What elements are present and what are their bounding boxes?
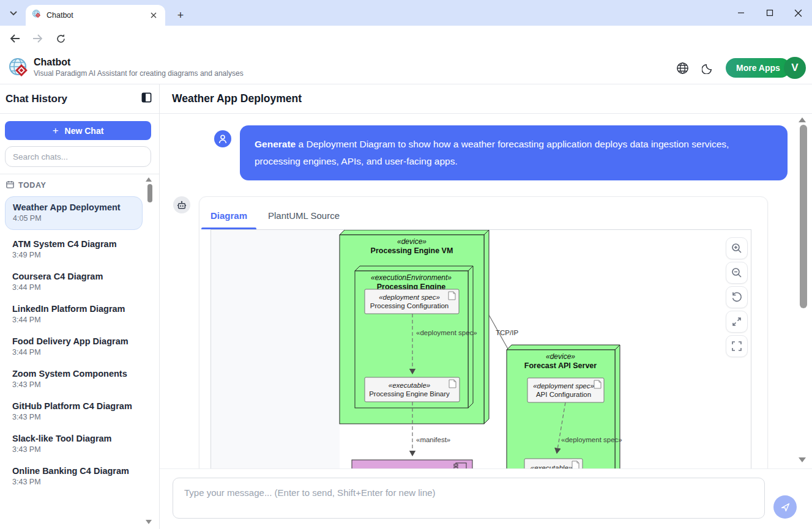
svg-text:API Configuration: API Configuration [536,391,591,398]
new-chat-button[interactable]: + New Chat [5,121,151,140]
zoom-out-button[interactable] [726,262,748,284]
user-avatar-icon [214,130,231,147]
component-weather-data-ingestion-service: Weather Data Ingestion Service [352,460,472,468]
browser-toolbar: ai-toolbox.visual-paradigm.com/app/chatb… [0,26,812,51]
node-forecast-api-server: «device» Forecast API Server [507,345,620,468]
reset-view-button[interactable] [726,286,748,308]
chat-item[interactable]: Coursera C4 Diagram 3:44 PM [5,266,154,298]
chat-scroll-up-arrow[interactable] [799,117,806,122]
tab-bar: Diagram PlantUML Source [199,197,767,229]
user-message-bubble: Generate a Deployment Diagram to show ho… [240,125,788,180]
user-message-row: Generate a Deployment Diagram to show ho… [214,125,812,180]
dark-mode-moon-icon[interactable] [699,60,715,76]
language-globe-icon[interactable] [674,60,690,76]
sidebar-scroll-up-arrow[interactable] [146,177,152,182]
chat-item[interactable]: Slack-like Tool Diagram 3:43 PM [5,428,154,461]
refresh-icon[interactable] [53,31,68,46]
favicon-visual-paradigm [32,9,42,21]
window-close-button[interactable] [784,0,812,26]
sidebar-title: Chat History [6,93,67,105]
user-account-avatar[interactable]: V [784,57,806,79]
deployment-diagram: «device» Processing Engine VM «execution… [211,230,751,468]
app-title: Chatbot [34,57,70,68]
search-input[interactable] [5,146,151,167]
svg-text:«deployment spec»: «deployment spec» [379,294,440,301]
app-header: Chatbot Visual Paradigm AI Assistant for… [0,51,812,84]
back-icon[interactable] [7,31,22,46]
tab-close-icon[interactable] [148,10,159,21]
svg-text:«executionEnvironment»: «executionEnvironment» [371,273,452,282]
bot-robot-icon [173,196,190,213]
svg-text:«device»: «device» [397,237,426,246]
chat-item[interactable]: LinkedIn Platform Diagram 3:44 PM [5,298,154,331]
plus-icon: + [53,125,59,137]
composer-footer [160,468,812,529]
svg-text:«executable»: «executable» [531,464,572,468]
chat-area: Generate a Deployment Diagram to show ho… [160,114,812,468]
browser-tab[interactable]: Chatbot [26,5,165,26]
svg-text:Processing Configuration: Processing Configuration [370,302,449,309]
svg-text:«deployment spec»: «deployment spec» [533,382,594,390]
message-text: a Deployment Diagram to show how a weath… [255,139,729,166]
chat-item[interactable]: GitHub Platform C4 Diagram 3:43 PM [5,396,154,428]
edge-label-manifest: «manifest» [416,436,450,443]
window-maximize-button[interactable] [756,0,784,26]
chat-item[interactable]: Zoom System Components 3:43 PM [5,363,154,396]
message-input[interactable] [173,478,765,519]
tab-search-chevron-icon[interactable] [5,6,22,21]
svg-text:Processing Engine VM: Processing Engine VM [371,246,453,255]
forward-icon[interactable] [31,31,45,46]
chat-scrollbar-thumb[interactable] [800,125,807,308]
send-button[interactable] [773,495,797,519]
svg-text:«device»: «device» [546,352,575,361]
edge-label-tcpip: TCP/IP [496,329,518,336]
chat-list: TODAY Weather App Deployment 4:05 PM ATM… [0,174,159,493]
chat-item[interactable]: Food Delivery App Diagram 3:44 PM [5,331,154,363]
calendar-icon [6,180,14,190]
edge-label-deployment-spec-2: «deployment spec» [561,436,622,443]
page-title: Weather App Deployment [172,92,302,105]
sidebar-scrollbar-thumb[interactable] [147,184,152,202]
tab-plantuml-source[interactable]: PlantUML Source [268,210,340,229]
chat-item[interactable]: ATM System C4 Diagram 3:49 PM [5,234,154,266]
app-subtitle: Visual Paradigm AI Assistant for creatin… [34,69,244,78]
visual-paradigm-logo [8,57,30,81]
main-panel: Weather App Deployment Generate a Deploy… [160,84,812,529]
collapse-sidebar-icon[interactable] [141,92,152,105]
svg-text:«executable»: «executable» [389,382,430,389]
artifact-api-configuration: «deployment spec» API Configuration [527,378,604,402]
chat-scroll-down-arrow[interactable] [799,457,806,462]
more-apps-button[interactable]: More Apps [726,58,791,78]
svg-text:Forecast API Server: Forecast API Server [524,361,597,370]
zoom-in-button[interactable] [726,237,748,259]
artifact-processing-engine-binary: «executable» Processing Engine Binary [365,377,460,402]
artifact-forecast-api-binary: «executable» [524,459,583,468]
new-tab-button[interactable]: + [173,7,188,23]
window-minimize-button[interactable] [727,0,755,26]
fit-to-screen-button[interactable] [726,311,748,333]
tab-diagram[interactable]: Diagram [210,210,247,229]
diagram-canvas[interactable]: «device» Processing Engine VM «execution… [210,229,751,468]
message-bold-text: Generate [255,139,296,149]
fullscreen-button[interactable] [726,335,748,357]
artifact-processing-configuration: «deployment spec» Processing Configurati… [365,289,459,314]
tab-title: Chatbot [47,11,143,20]
section-label: TODAY [18,181,46,190]
chat-item[interactable]: Online Banking C4 Diagram 3:43 PM [5,461,154,493]
sidebar-scroll-down-arrow[interactable] [146,520,152,524]
diagram-card: Diagram PlantUML Source [199,196,768,468]
bot-message-row: Diagram PlantUML Source [173,196,812,468]
edge-label-deployment-spec-1: «deployment spec» [416,329,477,336]
chat-item-selected[interactable]: Weather App Deployment 4:05 PM [5,196,143,230]
chat-history-sidebar: Chat History + New Chat TODAY Weather Ap… [0,84,160,529]
svg-text:Processing Engine Binary: Processing Engine Binary [369,390,450,398]
browser-titlebar: Chatbot + [0,0,812,26]
